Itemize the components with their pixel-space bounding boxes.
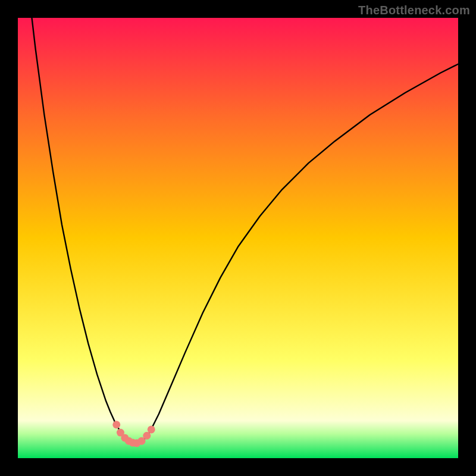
marker-dot — [112, 421, 120, 428]
gradient-background — [18, 18, 458, 458]
watermark-label: TheBottleneck.com — [358, 4, 470, 17]
bottleneck-chart — [18, 18, 458, 458]
chart-frame: TheBottleneck.com — [0, 0, 476, 476]
marker-dot — [148, 425, 155, 433]
plot-area — [18, 18, 458, 458]
